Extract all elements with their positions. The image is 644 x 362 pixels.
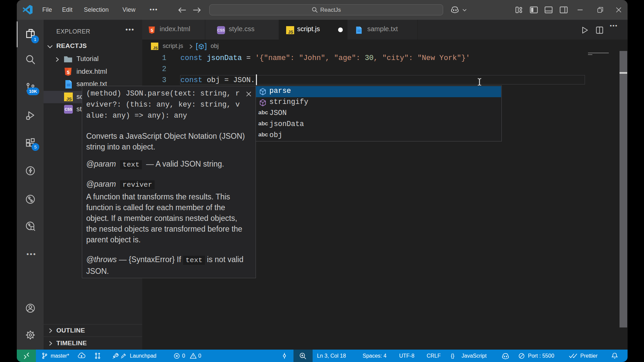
svg-text:5: 5 [151, 28, 153, 33]
svg-text:5: 5 [67, 69, 69, 75]
